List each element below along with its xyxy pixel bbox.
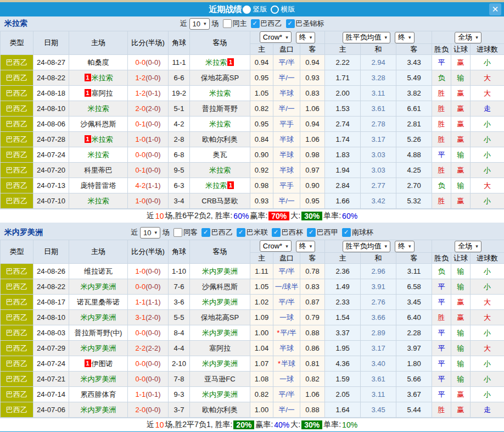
away-team-name[interactable]: 普拉斯哥野	[202, 104, 238, 113]
result-cell: 平	[432, 325, 451, 341]
league-checkbox[interactable]	[307, 228, 316, 237]
away-team-name[interactable]: CRB马瑟欧	[201, 197, 238, 205]
same-venue-checkbox[interactable]	[223, 19, 232, 28]
home-team-name[interactable]: 诺瓦里桑蒂诺	[77, 298, 120, 306]
home-team-name[interactable]: 塞阿拉	[92, 89, 113, 97]
same-venue-checkbox[interactable]	[173, 228, 182, 237]
away-team-cell: 保地花高SP	[190, 70, 250, 86]
league-type-badge: 巴西乙	[1, 295, 33, 310]
odds-source-select[interactable]: Crow*▾	[260, 31, 292, 43]
team-name-link[interactable]: 米内罗美洲	[4, 228, 43, 237]
away-team-name[interactable]: 米拉索	[205, 181, 227, 190]
away-team-name[interactable]: 米内罗美洲	[202, 359, 238, 368]
layout-horizontal-radio[interactable]	[271, 5, 279, 14]
home-team-name[interactable]: 沙佩科恩斯	[81, 120, 116, 128]
score-cell: 2-2(2-2)	[128, 341, 169, 356]
mean-draw-odds: 3.03	[361, 147, 396, 163]
league-checkbox-label: 巴米联	[247, 228, 268, 237]
away-team-name[interactable]: 米内罗美洲	[202, 329, 238, 337]
chevron-down-icon: ▾	[408, 35, 411, 40]
odds-period-select[interactable]: 终▾	[296, 241, 316, 252]
away-team-name[interactable]: 米拉索	[209, 120, 231, 128]
home-team-cell: 累西腓体育	[69, 387, 128, 402]
team-name-link[interactable]: 米拉索	[4, 19, 27, 29]
away-team-name[interactable]: 米内罗美洲	[202, 298, 238, 306]
chevron-down-icon: ▾	[154, 230, 157, 235]
home-team-name[interactable]: 累西腓体育	[81, 390, 116, 398]
header-score: 比分(半场)	[128, 31, 169, 55]
mean-home-odds: 2.33	[325, 295, 361, 310]
league-checkbox-label: 巴西杯	[282, 228, 303, 237]
match-date: 24-08-17	[33, 295, 69, 310]
mean-period-select[interactable]: 终▾	[395, 241, 415, 252]
league-checkbox[interactable]	[201, 228, 210, 237]
away-team-name[interactable]: 米拉索	[209, 166, 231, 174]
home-team-name[interactable]: 米内罗美洲	[81, 283, 116, 291]
home-team-name[interactable]: 米内罗美洲	[81, 344, 116, 352]
away-odds: 0.93	[300, 70, 325, 86]
away-team-name[interactable]: 米内罗美洲	[202, 390, 238, 398]
away-team-name[interactable]: 米内罗美洲	[202, 267, 238, 275]
away-team-name[interactable]: 沙佩科恩斯	[202, 283, 238, 291]
league-checkbox[interactable]	[272, 228, 281, 237]
result-cell: 平	[432, 356, 451, 372]
mean-type-select[interactable]: 胜平负均值▾	[343, 241, 391, 252]
home-team-name[interactable]: 米拉索	[92, 74, 113, 82]
away-team-cell: 保地花高SP	[190, 310, 250, 325]
league-checkbox[interactable]	[342, 228, 351, 237]
away-team-name[interactable]: 米拉索	[209, 89, 231, 97]
mean-away-odds: 2.28	[396, 325, 432, 341]
mean-away-odds: 4.88	[396, 147, 432, 163]
mean-home-odds: 1.94	[325, 163, 361, 178]
home-team-name[interactable]: 维拉诺瓦	[84, 267, 113, 275]
away-team-name[interactable]: 欧帕尔利奥	[202, 135, 238, 143]
league-checkbox[interactable]	[237, 228, 245, 237]
mean-type-select[interactable]: 胜平负均值▾	[343, 32, 391, 43]
home-team-name[interactable]: 帕桑度	[88, 58, 109, 67]
away-team-name[interactable]: 亚马逊FC	[204, 375, 235, 383]
home-team-name[interactable]: 庞特普雷塔	[81, 181, 116, 190]
home-team-name[interactable]: 科里蒂巴	[84, 166, 113, 174]
away-team-name[interactable]: 欧帕尔利奥	[202, 406, 238, 414]
away-team-cell: 米内罗美洲	[190, 295, 250, 310]
chevron-down-icon: ▾	[204, 21, 206, 26]
home-odds: 1.05	[250, 86, 273, 101]
goals-result-cell: 小	[471, 132, 504, 147]
layout-vertical-radio[interactable]	[243, 5, 251, 14]
fulltime-score: 1-1	[135, 390, 145, 398]
match-date: 24-07-28	[33, 132, 69, 147]
home-team-name[interactable]: 米内罗美洲	[81, 313, 116, 322]
home-team-name[interactable]: 米拉索	[88, 197, 109, 205]
scope-select[interactable]: 全场▾	[455, 241, 481, 252]
home-team-name[interactable]: 米内罗美洲	[81, 375, 116, 383]
games-count-select[interactable]: 10 ▾	[140, 227, 160, 239]
away-team-name[interactable]: 保地花高SP	[201, 74, 239, 82]
score-cell: 0-1(0-0)	[128, 163, 169, 178]
odds-period-select[interactable]: 终▾	[296, 32, 316, 43]
league-checkbox[interactable]	[251, 19, 260, 28]
mean-away-odds: 6.61	[396, 101, 432, 117]
scope-select[interactable]: 全场▾	[455, 32, 481, 43]
home-team-name[interactable]: 米拉索	[92, 135, 113, 143]
league-checkbox-label: 巴圣锦标	[296, 19, 324, 29]
odds-source-select[interactable]: Crow*▾	[260, 240, 292, 252]
home-team-name[interactable]: 普拉斯哥野(中)	[75, 329, 122, 337]
corner-count: 19-2	[169, 86, 190, 101]
away-team-name[interactable]: 塞阿拉	[209, 344, 231, 352]
away-team-name[interactable]: 米拉索	[205, 58, 227, 67]
chevron-down-icon: ▾	[310, 35, 312, 40]
league-checkbox[interactable]	[286, 19, 295, 28]
home-team-name[interactable]: 米拉索	[88, 151, 109, 159]
handicap-result-cell: 赢	[451, 310, 471, 325]
games-count-select[interactable]: 10 ▾	[189, 18, 210, 30]
home-team-name[interactable]: 米内罗美洲	[81, 406, 116, 414]
away-odds: 0.81	[300, 356, 325, 372]
home-team-name[interactable]: 米拉索	[88, 104, 109, 113]
home-team-name[interactable]: 伊图诺	[92, 359, 113, 368]
away-team-name[interactable]: 奥瓦	[213, 151, 227, 159]
mean-period-select[interactable]: 终▾	[395, 32, 415, 43]
away-team-name[interactable]: 保地花高SP	[201, 313, 239, 322]
mean-away-odds: 5.49	[396, 70, 432, 86]
close-icon[interactable]: ✕	[489, 3, 501, 15]
fulltime-score: 0-0	[135, 329, 145, 337]
